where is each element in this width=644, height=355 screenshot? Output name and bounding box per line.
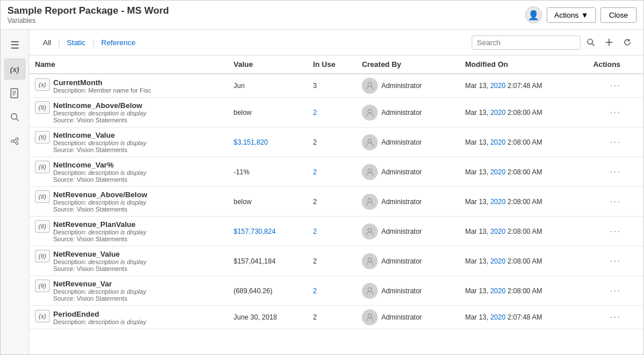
filter-tabs: All | Static | Reference [37, 37, 472, 49]
avatar [362, 253, 378, 269]
add-button[interactable] [601, 34, 617, 50]
value-cell: below [228, 187, 307, 217]
row-actions-menu-button[interactable]: ··· [610, 256, 621, 266]
row-actions-cell[interactable]: ··· [587, 157, 643, 187]
row-actions-menu-button[interactable]: ··· [610, 286, 621, 296]
var-description: Description: description is display [53, 288, 147, 295]
modified-on-cell: Mar 13, 2020 2:07:48 AM [459, 306, 587, 329]
page-subtitle: Variables [7, 17, 525, 25]
col-in-use: In Use [307, 55, 356, 74]
avatar [362, 105, 378, 121]
tab-reference[interactable]: Reference [96, 37, 141, 49]
var-description: Description: description is display [53, 169, 147, 176]
sidebar-item-document[interactable] [4, 82, 26, 104]
row-actions-cell[interactable]: ··· [587, 187, 643, 217]
var-name: NetRevenue_PlanValue [53, 220, 147, 229]
header-actions: 👤 Actions ▼ Close [525, 6, 637, 23]
created-by-cell: Administrator [356, 98, 459, 127]
search-area [472, 34, 635, 50]
in-use-cell: 2 [307, 98, 356, 127]
avatar [362, 134, 378, 150]
modified-on-cell: Mar 13, 2020 2:08:00 AM [459, 157, 587, 187]
tab-all[interactable]: All [37, 37, 57, 49]
row-actions-menu-button[interactable]: ··· [610, 167, 621, 177]
var-type-icon: (x) [35, 310, 50, 322]
creator-name: Administrator [381, 138, 422, 146]
search-button[interactable] [583, 34, 599, 50]
var-type-icon: (#) [35, 220, 50, 233]
row-actions-menu-button[interactable]: ··· [610, 137, 621, 147]
sidebar-item-menu[interactable]: ☰ [4, 34, 26, 56]
value-cell: $157,041,184 [228, 246, 307, 276]
row-actions-cell[interactable]: ··· [587, 98, 643, 127]
row-actions-cell[interactable]: ··· [587, 246, 643, 276]
created-by-cell: Administrator [356, 187, 459, 217]
name-cell: (x)PeriodEndedDescription: description i… [29, 306, 228, 329]
value-cell: (689,640.26) [228, 276, 307, 306]
value-link[interactable]: $157,730,824 [234, 228, 275, 236]
search-input[interactable] [472, 35, 580, 50]
value-link[interactable]: $3,151,820 [234, 138, 268, 146]
avatar [362, 164, 378, 180]
in-use-link[interactable]: 2 [313, 287, 317, 295]
in-use-link[interactable]: 2 [313, 168, 317, 176]
svg-point-17 [368, 139, 372, 142]
row-actions-cell[interactable]: ··· [587, 276, 643, 306]
var-description: Description: Member name for Fisc [53, 87, 151, 94]
creator-name: Administrator [381, 168, 422, 176]
var-source: Source: Vision Statements [53, 206, 147, 213]
row-actions-menu-button[interactable]: ··· [610, 197, 621, 206]
var-type-icon: (#) [35, 190, 50, 203]
row-actions-cell[interactable]: ··· [587, 306, 643, 329]
creator-name: Administrator [381, 313, 422, 321]
var-name: NetRevenue_Above/Below [53, 190, 147, 199]
refresh-button[interactable] [619, 34, 635, 50]
variables-table-container: Name Value In Use Created By Modified On… [29, 55, 643, 354]
var-description: Description: description is display [53, 139, 147, 146]
var-type-icon: (#) [35, 101, 50, 114]
name-cell: (x)CurrentMonthDescription: Member name … [29, 74, 228, 98]
row-actions-menu-button[interactable]: ··· [610, 107, 621, 117]
avatar [362, 194, 378, 210]
in-use-link[interactable]: 2 [313, 228, 317, 236]
page-title: Sample Report Package - MS Word [7, 5, 525, 17]
var-name: NetRevenue_Var [53, 280, 147, 288]
creator-name: Administrator [381, 82, 422, 90]
variables-table: Name Value In Use Created By Modified On… [29, 55, 643, 329]
name-cell: (#)NetRevenue_PlanValueDescription: desc… [29, 217, 228, 246]
close-button[interactable]: Close [600, 7, 637, 23]
sidebar-item-variables[interactable]: (x) [4, 58, 26, 80]
created-by-cell: Administrator [356, 157, 459, 187]
actions-button[interactable]: Actions ▼ [547, 7, 596, 23]
avatar [362, 224, 378, 240]
row-actions-cell[interactable]: ··· [587, 127, 643, 157]
row-actions-menu-button[interactable]: ··· [610, 81, 621, 90]
sidebar-item-graph[interactable] [4, 130, 26, 152]
table-row: (#)NetRevenue_VarDescription: descriptio… [29, 276, 643, 306]
created-by-cell: Administrator [356, 306, 459, 329]
user-icon-button[interactable]: 👤 [525, 6, 542, 23]
row-actions-cell[interactable]: ··· [587, 217, 643, 246]
row-actions-menu-button[interactable]: ··· [610, 312, 621, 322]
created-by-cell: Administrator [356, 74, 459, 98]
col-created-by: Created By [356, 55, 459, 74]
var-type-icon: (#) [35, 250, 50, 262]
value-cell: $3,151,820 [228, 127, 307, 157]
sidebar-item-search[interactable] [4, 106, 26, 128]
created-by-cell: Administrator [356, 127, 459, 157]
svg-point-7 [15, 138, 18, 141]
svg-point-16 [368, 109, 372, 113]
var-description: Description: description is display [53, 110, 147, 117]
tab-static[interactable]: Static [61, 37, 92, 49]
actions-chevron-icon: ▼ [581, 11, 588, 19]
main-window: Sample Report Package - MS Word Variable… [0, 0, 644, 355]
in-use-cell: 2 [307, 246, 356, 276]
row-actions-menu-button[interactable]: ··· [610, 226, 621, 236]
in-use-link[interactable]: 2 [313, 109, 317, 117]
row-actions-cell[interactable]: ··· [587, 74, 643, 98]
svg-point-15 [368, 82, 372, 86]
table-row: (#)NetIncome_Above/BelowDescription: des… [29, 98, 643, 127]
sidebar: ☰ (x) [1, 30, 29, 354]
filter-bar: All | Static | Reference [29, 30, 643, 55]
created-by-cell: Administrator [356, 246, 459, 276]
